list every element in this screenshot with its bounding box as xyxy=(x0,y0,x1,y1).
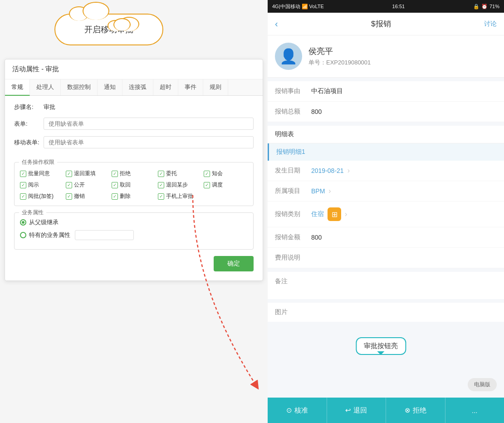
image-section: 图片 xyxy=(268,303,504,322)
project-value: BPM xyxy=(311,187,325,195)
reject-label: 拒绝 xyxy=(413,406,426,415)
signal-text: 4G|中国移动 xyxy=(272,3,300,10)
date-value: 2019-08-21 xyxy=(311,167,344,174)
status-left: 4G|中国移动 📶 VoLTE xyxy=(272,3,324,10)
cb-return-step[interactable]: 退回某步 xyxy=(158,181,202,189)
reject-action[interactable]: ⊗ 拒绝 xyxy=(386,398,445,423)
return-icon: ↩ xyxy=(345,406,351,414)
discuss-button[interactable]: 讨论 xyxy=(484,20,497,28)
remark-label: 备注 xyxy=(275,277,497,285)
tab-connect[interactable]: 连接弧 xyxy=(122,79,153,95)
step-name-row: 步骤名: 审批 xyxy=(14,103,254,111)
category-value: 住宿 xyxy=(311,210,324,218)
user-section: 👤 侯亮平 单号：EXP2019080001 xyxy=(268,35,504,78)
tab-data-control[interactable]: 数据控制 xyxy=(61,79,98,95)
cb-recall[interactable]: 取回 xyxy=(112,181,156,189)
form-row: 表单: xyxy=(14,118,254,130)
date-row[interactable]: 发生日期 2019-08-21 › xyxy=(268,161,504,181)
remark-section: 备注 xyxy=(268,272,504,299)
return-label: 退回 xyxy=(353,406,367,415)
back-button[interactable]: ‹ xyxy=(275,19,278,29)
expense-desc-label: 费用说明 xyxy=(275,254,311,262)
reason-value: 中石油项目 xyxy=(311,87,497,95)
volte-text: VoLTE xyxy=(309,4,324,9)
detail-sub-header: 报销明细1 xyxy=(268,143,504,161)
mobile-form-label: 移动表单: xyxy=(14,138,44,147)
project-row[interactable]: 所属项目 BPM › xyxy=(268,181,504,202)
custom-business-input[interactable] xyxy=(75,230,134,240)
left-panel: 开启移动审批 活动属性 - 审批 常规 处理人 数据控制 通知 连接弧 超时 事… xyxy=(0,0,268,423)
permission-grid: 批量同意 退回重填 拒绝 委托 知会 xyxy=(20,170,248,200)
cb-public[interactable]: 公开 xyxy=(66,181,110,189)
status-bar: 4G|中国移动 📶 VoLTE 16:51 🔒 ⏰ 71% xyxy=(268,0,504,13)
step-name-label: 步骤名: xyxy=(14,103,44,111)
approve-icon: ⊙ xyxy=(286,406,292,414)
image-label: 图片 xyxy=(275,308,497,316)
tab-general[interactable]: 常规 xyxy=(5,79,30,96)
amount-value: 800 xyxy=(311,234,497,241)
category-label: 报销类别 xyxy=(275,210,311,218)
cb-dispatch[interactable]: 调度 xyxy=(204,181,248,189)
approve-action[interactable]: ⊙ 核准 xyxy=(268,398,327,423)
cb-public-icon xyxy=(66,182,72,188)
cb-countersign[interactable]: 阅批(加签) xyxy=(20,192,64,200)
cb-inform[interactable]: 知会 xyxy=(204,170,248,177)
amount-row: 报销金额 800 xyxy=(268,227,504,248)
total-value: 800 xyxy=(311,108,497,115)
cb-revoke-icon xyxy=(66,193,72,200)
cloud-bubble: 开启移动审批 xyxy=(50,9,168,50)
cb-return-refill[interactable]: 退回重填 xyxy=(66,170,110,177)
category-value-group: 住宿 ⊞ › xyxy=(311,207,347,221)
cb-revoke[interactable]: 撤销 xyxy=(66,192,110,200)
cb-reject[interactable]: 拒绝 xyxy=(112,170,156,177)
detail-header: 明细表 xyxy=(268,126,504,143)
mobile-form-row: 移动表单: xyxy=(14,136,254,148)
form-input[interactable] xyxy=(44,118,254,130)
tab-notify[interactable]: 通知 xyxy=(98,79,122,95)
confirm-button[interactable]: 确定 xyxy=(214,256,254,271)
avatar: 👤 xyxy=(275,43,302,70)
dialog-title: 活动属性 - 审批 xyxy=(5,59,263,79)
project-value-group: BPM › xyxy=(311,187,331,195)
wifi-icon: 📶 xyxy=(302,4,308,10)
tab-event[interactable]: 事件 xyxy=(178,79,203,95)
right-panel: 4G|中国移动 📶 VoLTE 16:51 🔒 ⏰ 71% ‹ $报销 讨论 👤… xyxy=(268,0,504,423)
date-chevron: › xyxy=(347,167,350,175)
app-title: $报销 xyxy=(371,19,391,29)
mobile-form-input[interactable] xyxy=(44,136,254,148)
tab-timeout[interactable]: 超时 xyxy=(153,79,178,95)
more-action[interactable]: ... xyxy=(445,398,504,423)
cb-batch-agree[interactable]: 批量同意 xyxy=(20,170,64,177)
cb-delegate[interactable]: 委托 xyxy=(158,170,202,177)
business-title: 业务属性 xyxy=(19,209,46,216)
amount-label: 报销金额 xyxy=(275,233,311,241)
approve-label: 核准 xyxy=(294,406,308,415)
cb-reject-icon xyxy=(112,171,118,177)
step-name-value: 审批 xyxy=(44,103,55,111)
cb-read[interactable]: 阅示 xyxy=(20,181,64,189)
dialog-box: 活动属性 - 审批 常规 处理人 数据控制 通知 连接弧 超时 事件 规则 步骤… xyxy=(5,59,263,281)
cb-dispatch-icon xyxy=(204,182,210,188)
time-display: 16:51 xyxy=(392,4,405,9)
cb-batch-agree-icon xyxy=(20,171,26,177)
cb-mobile-approve[interactable]: 手机上审批 xyxy=(158,192,202,200)
reason-label: 报销事由 xyxy=(275,87,311,95)
business-section: 业务属性 从父级继承 特有的业务属性 xyxy=(14,212,254,250)
return-action[interactable]: ↩ 退回 xyxy=(327,398,387,423)
category-row[interactable]: 报销类别 住宿 ⊞ › xyxy=(268,202,504,227)
cb-mobile-approve-icon xyxy=(158,193,164,200)
project-label: 所属项目 xyxy=(275,187,311,195)
user-no: 单号：EXP2019080001 xyxy=(308,59,371,67)
cb-delete[interactable]: 删除 xyxy=(112,192,156,200)
computer-version-button[interactable]: 电脑版 xyxy=(468,378,497,391)
alarm-icon: ⏰ xyxy=(481,4,488,10)
tab-handler[interactable]: 处理人 xyxy=(30,79,61,95)
tabs-row: 常规 处理人 数据控制 通知 连接弧 超时 事件 规则 xyxy=(5,79,263,96)
reject-icon: ⊗ xyxy=(405,406,411,414)
radio-inherit[interactable]: 从父级继承 xyxy=(20,218,248,226)
radio-custom-icon xyxy=(20,232,26,238)
radio-custom[interactable]: 特有的业务属性 xyxy=(20,230,248,240)
date-label: 发生日期 xyxy=(275,167,311,175)
tab-rule[interactable]: 规则 xyxy=(203,79,228,95)
form-label: 表单: xyxy=(14,120,44,128)
